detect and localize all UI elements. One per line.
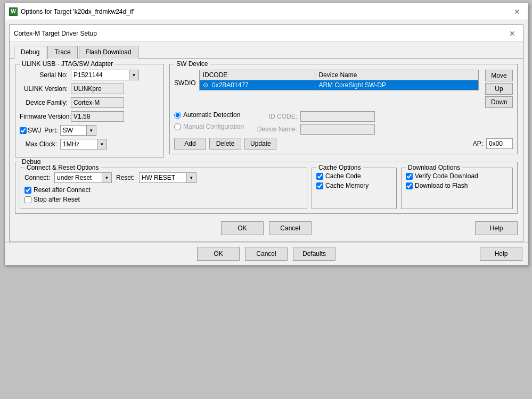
id-code-label: ID CODE: [255, 113, 297, 120]
sw-device-table-area: SWDIO IDCODE Device Name [174, 70, 479, 108]
reset-dropdown[interactable]: HW RESET ▼ [139, 172, 197, 183]
download-flash-row: Download to Flash [406, 182, 508, 189]
delete-button[interactable]: Delete [209, 138, 241, 149]
max-clock-row: Max Clock: 1MHz ▼ [20, 139, 159, 149]
ap-label: AP: [473, 140, 483, 147]
cache-memory-row: Cache Memory [316, 182, 392, 189]
table-header-row: IDCODE Device Name [199, 70, 478, 80]
port-arrow[interactable]: ▼ [87, 125, 96, 136]
cache-code-label: Cache Code [325, 172, 361, 180]
inner-close-button[interactable]: ✕ [506, 28, 519, 39]
outer-titlebar: W Options for Target 'k20dx_frdmkw24d_if… [5, 3, 528, 20]
device-family-label: Device Family: [20, 99, 68, 106]
tab-flash-download[interactable]: Flash Download [79, 46, 138, 59]
connect-reset-title: Connect & Reset Options [24, 164, 101, 171]
reset-arrow[interactable]: ▼ [187, 172, 197, 183]
tab-debug[interactable]: Debug [14, 46, 46, 59]
serial-no-label: Serial No: [20, 71, 68, 79]
app-icon: W [9, 7, 18, 16]
device-name-field-row: Device Name: [255, 124, 375, 135]
ulink-group: ULINK USB - JTAG/SW Adapter Serial No: P… [15, 64, 164, 157]
connect-dropdown[interactable]: under Reset ▼ [54, 172, 112, 183]
device-name-input[interactable] [300, 124, 375, 135]
sw-device-group: SW Device SWDIO IDCODE [169, 64, 518, 154]
download-flash-checkbox[interactable] [406, 182, 413, 189]
reset-after-connect-row: Reset after Connect [24, 186, 302, 194]
outer-cancel-button[interactable]: Cancel [245, 247, 288, 261]
auto-detection-radio[interactable] [174, 112, 181, 119]
move-button[interactable]: Move [485, 70, 513, 81]
left-panel: ULINK USB - JTAG/SW Adapter Serial No: P… [15, 64, 164, 162]
tab-trace[interactable]: Trace [47, 46, 77, 59]
reset-after-connect-label: Reset after Connect [34, 186, 91, 194]
port-dropdown[interactable]: SW ▼ [60, 125, 96, 136]
reset-value: HW RESET [139, 172, 187, 183]
table-row[interactable]: ⊙ 0x2BA01477 ARM CoreSight SW-DP [199, 80, 478, 90]
device-name-field-label: Device Name: [255, 126, 297, 133]
max-clock-label: Max Clock: [20, 140, 57, 148]
swdio-table-wrapper: SWDIO IDCODE Device Name [174, 70, 479, 94]
manual-config-row: Manual Configuration [174, 123, 244, 130]
idcode-header: IDCODE [199, 70, 315, 80]
auto-detection-label: Automatic Detection [183, 111, 240, 119]
dialog-buttons-row: OK Cancel Help [15, 218, 518, 236]
cancel-button[interactable]: Cancel [269, 221, 312, 235]
cache-memory-checkbox[interactable] [316, 182, 323, 189]
outer-ok-button[interactable]: OK [197, 247, 240, 261]
main-content: ULINK USB - JTAG/SW Adapter Serial No: P… [10, 59, 523, 242]
id-code-input[interactable] [300, 111, 375, 122]
ulink-version-value: ULINKpro [71, 84, 124, 94]
right-panel: SW Device SWDIO IDCODE [169, 64, 518, 162]
stop-after-reset-label: Stop after Reset [34, 196, 80, 203]
inner-dialog-title: Cortex-M Target Driver Setup [14, 30, 97, 37]
outer-help-button[interactable]: Help [480, 247, 522, 261]
add-button[interactable]: Add [174, 138, 206, 149]
connect-reset-group: Connect & Reset Options Connect: under R… [20, 168, 307, 209]
up-button[interactable]: Up [485, 83, 513, 95]
port-label: Port: [44, 127, 58, 134]
verify-code-checkbox[interactable] [406, 173, 413, 180]
cache-options-title: Cache Options [316, 164, 363, 171]
ap-input[interactable] [486, 138, 513, 149]
swj-checkbox[interactable] [20, 127, 27, 134]
serial-no-value: P1521144 [71, 70, 129, 80]
connect-label: Connect: [24, 174, 50, 181]
debug-inner-row: Connect & Reset Options Connect: under R… [20, 168, 513, 209]
side-buttons: Move Up Down [485, 70, 513, 108]
outer-close-button[interactable]: ✕ [511, 6, 523, 17]
outer-titlebar-left: W Options for Target 'k20dx_frdmkw24d_if… [9, 7, 134, 16]
firmware-version-row: Firmware Version: V1.58 [20, 111, 159, 122]
auto-detection-row: Automatic Detection [174, 111, 244, 119]
outer-bottom-buttons: OK Cancel Defaults Help [5, 242, 528, 265]
ulink-version-label: ULINK Version: [20, 85, 68, 93]
firmware-version-value: V1.58 [71, 111, 124, 122]
device-family-row: Device Family: Cortex-M [20, 97, 159, 108]
max-clock-dropdown[interactable]: 1MHz ▼ [60, 139, 107, 149]
sw-device-table: IDCODE Device Name ⊙ [199, 70, 479, 90]
swj-port-row: SWJ Port: SW ▼ [20, 125, 159, 136]
stop-after-reset-checkbox[interactable] [24, 196, 31, 203]
ok-button[interactable]: OK [221, 221, 264, 235]
download-options-title: Download Options [406, 164, 462, 171]
serial-no-dropdown[interactable]: P1521144 ▼ [71, 70, 139, 80]
download-flash-label: Download to Flash [415, 182, 468, 189]
down-button[interactable]: Down [485, 96, 513, 108]
update-button[interactable]: Update [244, 138, 276, 149]
debug-group: Debug Connect & Reset Options Connect: u… [15, 162, 518, 214]
defaults-button[interactable]: Defaults [293, 247, 335, 261]
max-clock-arrow[interactable]: ▼ [97, 139, 107, 149]
connect-arrow[interactable]: ▼ [102, 172, 112, 183]
firmware-version-label: Firmware Version: [20, 113, 68, 120]
manual-config-radio[interactable] [174, 123, 181, 130]
help-button[interactable]: Help [475, 221, 518, 235]
reset-after-connect-checkbox[interactable] [24, 187, 31, 194]
manual-config-label: Manual Configuration [183, 123, 244, 130]
serial-no-row: Serial No: P1521144 ▼ [20, 70, 159, 80]
top-row: ULINK USB - JTAG/SW Adapter Serial No: P… [15, 64, 518, 162]
serial-no-arrow[interactable]: ▼ [129, 70, 139, 80]
cache-code-checkbox[interactable] [316, 173, 323, 180]
verify-code-row: Verify Code Download [406, 172, 508, 180]
stop-after-reset-row: Stop after Reset [24, 196, 302, 203]
detection-options: Automatic Detection Manual Configuration [174, 111, 244, 132]
tab-bar: Debug Trace Flash Download [10, 42, 523, 59]
